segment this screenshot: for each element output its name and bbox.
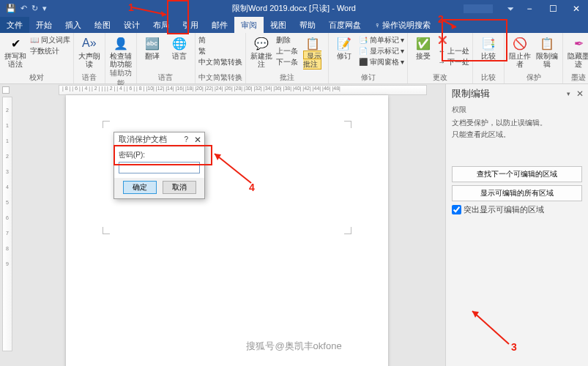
tab-mailings[interactable]: 邮件 [205, 17, 234, 33]
margin-marker [103, 227, 110, 234]
readaloud-icon: A» [81, 35, 97, 51]
tab-home[interactable]: 开始 [29, 17, 59, 33]
tab-draw[interactable]: 绘图 [88, 17, 117, 33]
translate-button[interactable]: 🔤翻译 [140, 34, 165, 60]
close-icon[interactable]: ✕ [565, 4, 588, 14]
hide-ink-button[interactable]: ✒隐藏墨迹 [566, 34, 588, 68]
document-title: 限制Word 2019.docx [只读] - Word [232, 3, 356, 14]
group-ink: ✒隐藏墨迹 墨迹 [563, 33, 588, 83]
to-traditional-button[interactable]: 繁 [198, 46, 242, 56]
reviewing-pane-button[interactable]: ⬛ 审阅窗格 ▾ [359, 57, 405, 67]
show-comments-button[interactable]: 📋显示批注 [300, 34, 325, 68]
annotation-box [113, 145, 212, 165]
tab-review[interactable]: 审阅 [234, 17, 264, 33]
wordcount-button[interactable]: 字数统计 [30, 46, 70, 56]
annotation-number: 1 [128, 1, 134, 13]
tab-insert[interactable]: 插入 [59, 17, 88, 33]
translate-icon: 🔤 [144, 35, 160, 51]
watermark: 搜狐号@奥凯丰okfone [246, 340, 341, 353]
show-comments-icon: 📋 [305, 35, 321, 51]
annotation-box [442, 19, 507, 61]
prev-comment-button[interactable]: 上一条 [276, 46, 298, 56]
pane-close-icon[interactable]: ✕ [576, 89, 584, 99]
restrict-editing-button[interactable]: 📋限制编辑 [535, 34, 559, 68]
qat-more-icon[interactable]: ▾ [42, 4, 47, 13]
group-protect: 🚫阻止作者 📋限制编辑 保护 [505, 33, 563, 83]
accessibility-button[interactable]: 👤检查辅助功能 [108, 34, 133, 68]
spellcheck-icon: ✔ [7, 35, 23, 51]
group-comments: 💬新建批注 删除 上一条 下一条 📋显示批注 批注 [246, 33, 329, 83]
accept-icon: ✅ [415, 35, 431, 51]
highlight-regions-checkbox[interactable]: 突出显示可编辑的区域 [452, 204, 582, 215]
annotation-box [167, 0, 189, 34]
group-proofing: ✔拼写和语法 📖 同义词库 字数统计 校对 [0, 33, 74, 83]
pane-section: 权限 [452, 105, 582, 115]
pane-title: 限制编辑 [452, 87, 582, 100]
find-next-region-button[interactable]: 查找下一个可编辑的区域 [452, 166, 582, 182]
group-language: 🔤翻译 🌐语言 语言 [137, 33, 196, 83]
pane-text: 只能查看此区域。 [452, 130, 582, 140]
horizontal-ruler[interactable]: | 8 | | 6 | | 4 | | 2 | | | | 2 | | 4 | … [59, 85, 427, 95]
track-changes-button[interactable]: 📝修订 [332, 34, 357, 60]
ribbon-options-icon[interactable]: ⏷ [507, 4, 515, 13]
markup-mode-dropdown[interactable]: 📑 简单标记 ▾ [359, 35, 405, 45]
language-button[interactable]: 🌐语言 [167, 34, 192, 60]
annotation-number: 4 [249, 182, 255, 193]
block-icon: 🚫 [512, 35, 528, 51]
chinese-convert-button[interactable]: 中文简繁转换 [198, 57, 242, 67]
redo-icon[interactable]: ↻ [31, 4, 38, 13]
comment-icon: 💬 [253, 35, 269, 51]
language-icon: 🌐 [171, 35, 187, 51]
new-comment-button[interactable]: 💬新建批注 [249, 34, 274, 68]
pane-options-icon[interactable]: ▾ [567, 90, 570, 97]
accept-button[interactable]: ✅接受 [411, 34, 436, 60]
ok-button[interactable]: 确定 [123, 181, 157, 194]
vertical-ruler[interactable]: 21123456789 [2, 97, 12, 351]
annotation-number: 2 [438, 13, 444, 25]
maximize-icon[interactable]: ☐ [541, 4, 565, 14]
group-chinese-conversion: 简 繁 中文简繁转换 中文简繁转换 [196, 33, 246, 83]
minimize-icon[interactable]: − [518, 4, 541, 14]
group-accessibility: 👤检查辅助功能 辅助功能 [105, 33, 137, 83]
thesaurus-button[interactable]: 📖 同义词库 [30, 35, 70, 45]
tab-file[interactable]: 文件 [0, 17, 29, 33]
accessibility-icon: 👤 [113, 35, 129, 51]
tab-view[interactable]: 视图 [264, 17, 293, 33]
dialog-title: 取消保护文档 [119, 134, 167, 145]
group-speech: A»大声朗读 语音 [74, 33, 105, 83]
tab-baidu[interactable]: 百度网盘 [322, 17, 368, 33]
ink-icon: ✒ [570, 35, 587, 51]
annotation-number: 3 [511, 341, 517, 353]
restrict-editing-pane: ▾ ✕ 限制编辑 权限 文档受保护，以防止误编辑。 只能查看此区域。 查找下一个… [445, 84, 588, 366]
window-controls: − ☐ ✕ [518, 4, 588, 14]
spellcheck-button[interactable]: ✔拼写和语法 [3, 34, 28, 68]
track-icon: 📝 [336, 35, 352, 51]
readaloud-button[interactable]: A»大声朗读 [77, 34, 102, 68]
delete-comment-button[interactable]: 删除 [276, 35, 298, 45]
dialog-help-icon[interactable]: ? [184, 135, 188, 143]
titlebar: 💾 ↶ ↻ ▾ 限制Word 2019.docx [只读] - Word ⏷ −… [0, 0, 588, 17]
dialog-close-icon[interactable]: ✕ [194, 135, 201, 145]
margin-marker [344, 121, 351, 128]
margin-marker [103, 121, 110, 128]
show-all-regions-button[interactable]: 显示可编辑的所有区域 [452, 185, 582, 201]
pane-text: 文档受保护，以防止误编辑。 [452, 118, 582, 128]
save-icon[interactable]: 💾 [6, 4, 16, 13]
ruler-corner[interactable] [2, 86, 10, 94]
tab-help[interactable]: 帮助 [293, 17, 322, 33]
block-authors-button[interactable]: 🚫阻止作者 [507, 34, 532, 68]
show-markup-dropdown[interactable]: 📄 显示标记 ▾ [359, 46, 405, 56]
cancel-button[interactable]: 取消 [163, 181, 196, 194]
group-tracking: 📝修订 📑 简单标记 ▾ 📄 显示标记 ▾ ⬛ 审阅窗格 ▾ 修订 [329, 33, 409, 83]
restrict-icon: 📋 [539, 35, 555, 51]
tab-design[interactable]: 设计 [117, 17, 146, 33]
unprotect-dialog: 取消保护文档 ? ✕ 密码(P): 确定 取消 [113, 132, 205, 199]
user-badge[interactable] [464, 4, 493, 13]
next-comment-button[interactable]: 下一条 [276, 57, 298, 67]
to-simplified-button[interactable]: 简 [198, 35, 242, 45]
margin-marker [344, 227, 351, 234]
undo-icon[interactable]: ↶ [21, 4, 27, 13]
tab-tell-me[interactable]: ♀ 操作说明搜索 [368, 17, 437, 33]
quick-access-toolbar: 💾 ↶ ↻ ▾ [0, 4, 47, 13]
